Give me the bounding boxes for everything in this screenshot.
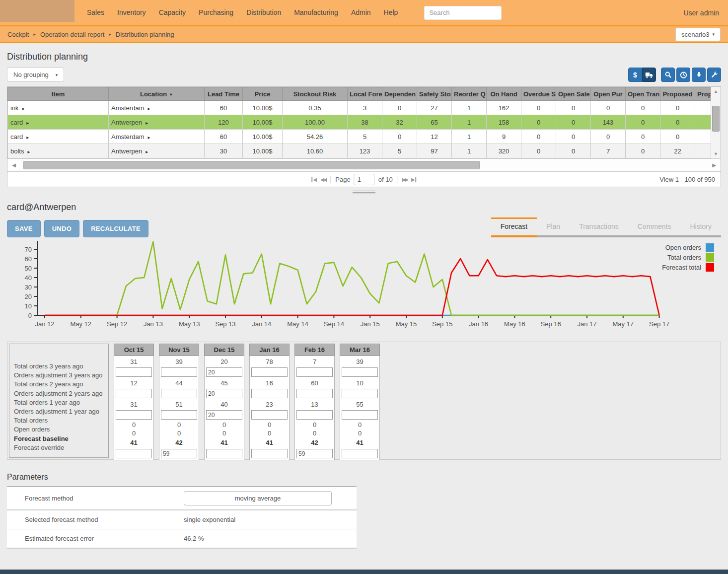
- previous-page-button[interactable]: ◀◀: [320, 177, 326, 182]
- table-row[interactable]: card▸Amsterdam▸6010.00$54.2650121900000: [8, 130, 711, 144]
- nav-item-sales[interactable]: Sales: [80, 0, 111, 25]
- nav-item-manufacturing[interactable]: Manufacturing: [288, 0, 345, 25]
- tab-plan[interactable]: Plan: [537, 217, 570, 235]
- forecast-adjustment-input[interactable]: [296, 410, 333, 420]
- forecast-adjustment-input[interactable]: [206, 449, 242, 458]
- location-cell[interactable]: Amsterdam▸: [109, 130, 205, 144]
- column-header-proposed[interactable]: Proposed: [660, 87, 695, 101]
- grid-cell[interactable]: 54.26: [283, 130, 348, 144]
- grid-cell[interactable]: 1: [452, 144, 487, 158]
- item-menu-icon[interactable]: ▸: [26, 135, 29, 140]
- item-cell[interactable]: ink▸: [8, 101, 109, 115]
- grid-cell[interactable]: 10.00$: [243, 101, 283, 115]
- column-header-dependen[interactable]: Dependen: [382, 87, 417, 101]
- column-header-on-hand[interactable]: On Hand: [487, 87, 521, 101]
- grid-cell[interactable]: 0: [382, 101, 417, 115]
- forecast-adjustment-input[interactable]: [251, 389, 288, 398]
- grid-cell[interactable]: 158: [487, 115, 521, 130]
- table-row[interactable]: card▸Antwerpen▸12010.00$100.003832651158…: [8, 115, 711, 130]
- column-header-open-tran[interactable]: Open Tran: [626, 87, 660, 101]
- grid-cell[interactable]: 0: [521, 130, 556, 144]
- location-menu-icon[interactable]: ▸: [147, 106, 150, 111]
- tab-forecast[interactable]: Forecast: [491, 217, 537, 235]
- grid-cell[interactable]: 10.00$: [243, 115, 283, 130]
- forecast-adjustment-input[interactable]: [296, 449, 333, 458]
- grid-cell[interactable]: 10.00$: [243, 130, 283, 144]
- grid-cell[interactable]: 60: [205, 101, 243, 115]
- grid-cell[interactable]: 0: [556, 101, 591, 115]
- forecast-adjustment-input[interactable]: [251, 449, 288, 458]
- breadcrumb-operation-detail-report[interactable]: Operation detail report: [40, 31, 104, 38]
- panel-resize-grip[interactable]: [353, 191, 375, 194]
- nav-item-inventory[interactable]: Inventory: [111, 0, 152, 25]
- grid-cell[interactable]: 320: [487, 144, 521, 158]
- grid-cell[interactable]: 60: [205, 130, 243, 144]
- item-cell[interactable]: bolts▸: [8, 144, 109, 158]
- forecast-adjustment-input[interactable]: [206, 367, 242, 377]
- grid-cell[interactable]: 65: [417, 115, 452, 130]
- table-row[interactable]: bolts▸Antwerpen▸3010.00$10.6012359713200…: [8, 144, 711, 158]
- scenario-selector[interactable]: scenario3 ▾: [675, 28, 721, 41]
- dollar-button[interactable]: $: [628, 68, 642, 82]
- forecast-method-button[interactable]: moving average: [184, 491, 332, 505]
- grid-cell[interactable]: 5: [382, 144, 417, 158]
- grid-cell[interactable]: 5: [348, 130, 382, 144]
- forecast-adjustment-input[interactable]: [296, 367, 333, 377]
- vertical-scroll-track[interactable]: [711, 95, 721, 150]
- grid-cell[interactable]: 0: [626, 115, 660, 130]
- download-button[interactable]: [692, 68, 706, 82]
- grid-cell[interactable]: 1: [452, 101, 487, 115]
- grid-cell[interactable]: 12: [417, 130, 452, 144]
- nav-item-capacity[interactable]: Capacity: [152, 0, 192, 25]
- logo[interactable]: [0, 0, 74, 22]
- grid-cell[interactable]: 0: [626, 101, 660, 115]
- page-number-input[interactable]: [354, 174, 375, 185]
- grid-cell[interactable]: 0: [660, 101, 695, 115]
- grid-cell[interactable]: 0: [591, 130, 626, 144]
- grid-cell[interactable]: 0: [660, 115, 695, 130]
- column-header-lead-time[interactable]: Lead Time: [205, 87, 243, 101]
- item-menu-icon[interactable]: ▸: [27, 149, 30, 154]
- grid-cell[interactable]: 143: [591, 115, 626, 130]
- grid-cell[interactable]: 97: [417, 144, 452, 158]
- item-cell[interactable]: card▸: [8, 130, 109, 144]
- grid-cell[interactable]: 3: [348, 101, 382, 115]
- item-menu-icon[interactable]: ▸: [26, 120, 29, 126]
- grid-cell[interactable]: 10.60: [283, 144, 348, 158]
- truck-button[interactable]: [642, 68, 656, 82]
- grid-cell[interactable]: 0: [591, 101, 626, 115]
- grid-vertical-scrollbar[interactable]: ▲ ▼: [711, 87, 721, 158]
- location-menu-icon[interactable]: ▸: [146, 149, 148, 154]
- save-button[interactable]: SAVE: [7, 220, 41, 237]
- forecast-adjustment-input[interactable]: [342, 367, 378, 377]
- grid-cell[interactable]: 0: [660, 130, 695, 144]
- grouping-dropdown[interactable]: No grouping ▾: [7, 68, 64, 82]
- item-menu-icon[interactable]: ▸: [22, 106, 25, 111]
- forecast-adjustment-input[interactable]: [161, 449, 197, 458]
- nav-item-purchasing[interactable]: Purchasing: [192, 0, 240, 25]
- horizontal-scroll-track[interactable]: [18, 160, 710, 170]
- next-page-button[interactable]: ▶▶: [402, 177, 408, 182]
- grid-cell[interactable]: 0.35: [283, 101, 348, 115]
- column-header-reorder-q[interactable]: Reorder Q: [452, 87, 487, 101]
- forecast-adjustment-input[interactable]: [161, 410, 197, 420]
- grid-cell[interactable]: 162: [487, 101, 521, 115]
- grid-cell[interactable]: 0: [556, 144, 591, 158]
- column-header-stockout-risk[interactable]: Stockout Risk: [283, 87, 348, 101]
- grid-cell[interactable]: 0: [382, 130, 417, 144]
- grid-cell[interactable]: 32: [382, 115, 417, 130]
- last-page-button[interactable]: ▶: [411, 177, 417, 182]
- grid-horizontal-scrollbar[interactable]: ◀ ▶: [7, 158, 721, 171]
- tab-transactions[interactable]: Transactions: [570, 217, 628, 235]
- nav-item-help[interactable]: Help: [377, 0, 405, 25]
- grid-cell[interactable]: 38: [348, 115, 382, 130]
- column-header-open-sale[interactable]: Open Sale: [556, 87, 591, 101]
- nav-item-distribution[interactable]: Distribution: [240, 0, 288, 25]
- forecast-adjustment-input[interactable]: [116, 367, 152, 377]
- location-menu-icon[interactable]: ▸: [147, 135, 150, 140]
- forecast-adjustment-input[interactable]: [161, 389, 197, 398]
- grid-cell[interactable]: 7: [591, 144, 626, 158]
- grid-cell[interactable]: 0: [556, 130, 591, 144]
- grid-cell[interactable]: 0: [626, 144, 660, 158]
- forecast-adjustment-input[interactable]: [342, 410, 378, 420]
